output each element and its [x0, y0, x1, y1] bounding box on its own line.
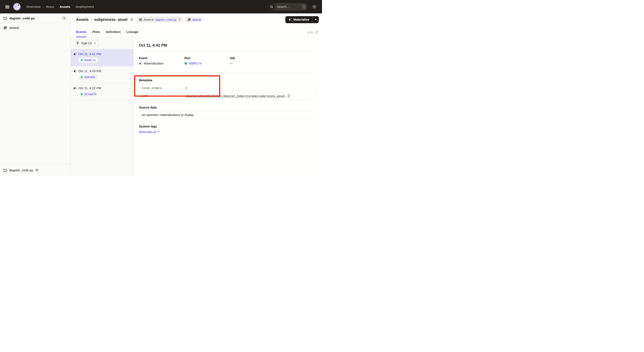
page-title: subprocess_asset [94, 17, 128, 22]
type-filter-label: Type (2) [81, 41, 92, 45]
timer-value: 0:05 [307, 31, 313, 34]
run-status-dot [81, 93, 83, 95]
run-status-dot [81, 59, 83, 61]
breadcrumb-assets-link[interactable]: Assets [76, 17, 88, 22]
event-timestamp-link[interactable]: Oct 11, 4:41 PM [78, 52, 101, 56]
job-label: Job [230, 56, 317, 60]
search-shortcut-key: / [302, 4, 306, 9]
run-id-pill[interactable]: 9dbf617e [78, 58, 98, 62]
materialization-sparkle-icon [139, 62, 142, 65]
sidebar-item-code-location[interactable]: dagster_code.py 1 [0, 13, 70, 23]
chip-asset-location[interactable]: Asset in dagster_code.py [136, 16, 183, 22]
refresh-icon[interactable] [35, 169, 38, 172]
top-navigation-bar: Overview Runs Assets Deployment Search..… [0, 0, 322, 13]
asset-group-icon [4, 26, 7, 29]
run-id-pill[interactable]: 637aed75 [78, 92, 99, 97]
asset-catalog-sidebar: dagster_code.py 1 default dagster_code.p… [0, 13, 71, 176]
primary-nav: Overview Runs Assets Deployment [26, 5, 94, 8]
dagster-app: Overview Runs Assets Deployment Search..… [0, 0, 322, 176]
sidebar-item-default-group[interactable]: default [0, 23, 70, 32]
tab-lineage[interactable]: Lineage [126, 30, 138, 37]
metadata-value: /Users/yuhan/dev/local/dagster_home/stor… [183, 92, 311, 100]
refresh-icon[interactable] [315, 31, 318, 34]
event-detail-panel: Oct 11, 4:41 PM Event Run Job Materializ… [134, 37, 322, 176]
search-placeholder: Search... [277, 5, 302, 8]
run-id-pill[interactable]: 359cdbfc [78, 75, 98, 80]
materialize-dropdown-button[interactable] [312, 16, 319, 23]
sidebar-item-label: dagster_code.py [9, 16, 35, 20]
nav-deployment[interactable]: Deployment [76, 5, 94, 8]
metadata-key: total_orders [139, 84, 183, 92]
chip-code-location-link[interactable]: dagster_code.py [155, 18, 176, 21]
show-tags-link[interactable]: Show tags (2) [139, 130, 160, 133]
event-timestamp-link[interactable]: Oct 11, 4:33 PM [78, 69, 101, 73]
refresh-icon[interactable] [178, 18, 181, 21]
run-id-label: 359cdbfc [84, 75, 96, 79]
event-label: Event [139, 56, 184, 60]
chip-prefix: Asset in [144, 18, 154, 21]
event-list-item[interactable]: Oct 11, 4:22 PM 637aed75 [71, 83, 134, 100]
asset-page-header: Assets › subprocess_asset Asset in dagst… [71, 13, 322, 26]
nav-runs[interactable]: Runs [46, 5, 54, 8]
show-tags-label: Show tags (2) [139, 130, 156, 133]
materialization-sparkle-icon [73, 86, 77, 90]
sparkle-icon [288, 18, 292, 21]
chevron-down-icon [94, 42, 96, 44]
sidebar-code-location-footer[interactable]: dagster_code.py [0, 164, 70, 176]
event-list-item[interactable]: Oct 11, 4:41 PM 9dbf617e [71, 49, 134, 66]
folder-icon [4, 16, 7, 20]
asset-tabs: Events Plots Definition Lineage 0:05 [71, 26, 322, 37]
metadata-value: 2 [183, 84, 311, 92]
source-data-empty-message: No upstream materializations to display. [142, 113, 194, 117]
sidebar-footer-label: dagster_code.py [9, 168, 33, 172]
event-timestamp-link[interactable]: Oct 11, 4:22 PM [78, 86, 101, 90]
folder-icon [4, 168, 7, 172]
tab-plots[interactable]: Plots [92, 30, 100, 37]
run-status-dot [81, 76, 83, 78]
sidebar-item-label: default [9, 26, 19, 29]
events-filter-row: Type (2) [71, 37, 134, 49]
type-filter-button[interactable]: Type (2) [73, 40, 99, 47]
events-list-panel: Type (2) Oct 11, 4:41 PM [71, 37, 134, 176]
breadcrumb-separator: › [91, 17, 92, 22]
event-type-value: Materialization [144, 62, 164, 65]
event-detail-title: Oct 11, 4:41 PM [139, 43, 317, 48]
materialization-sparkle-icon [73, 69, 77, 73]
run-id-link[interactable]: 9dbf617e [189, 62, 202, 65]
metadata-heading: Metadata [139, 78, 317, 82]
breadcrumb: Assets › subprocess_asset [76, 17, 133, 22]
metadata-table: total_orders 2 path /Users/yuhan/dev/loc… [139, 84, 317, 100]
chip-asset-group[interactable]: default [185, 16, 204, 22]
source-data-empty-box: No upstream materializations to display. [139, 111, 317, 119]
source-data-heading: Source data [139, 106, 317, 109]
refresh-timer: 0:05 [307, 31, 318, 37]
tab-definition[interactable]: Definition [106, 30, 120, 37]
system-tags-heading: System tags [139, 125, 317, 128]
search-input[interactable]: Search... / [268, 3, 308, 10]
run-id-label: 9dbf617e [84, 58, 96, 62]
event-info-grid: Event Run Job Materialization 9dbf617e [139, 56, 317, 65]
asset-context-chips: Asset in dagster_code.py default [136, 16, 203, 22]
run-id-label: 637aed75 [84, 93, 96, 96]
table-grid-icon [139, 18, 142, 21]
menu-icon[interactable] [5, 5, 9, 8]
materialization-sparkle-icon [73, 52, 77, 56]
nav-overview[interactable]: Overview [26, 5, 41, 8]
dagster-logo[interactable] [13, 3, 21, 11]
metadata-actions-cell [311, 92, 317, 100]
metadata-path-link[interactable]: /Users/yuhan/dev/local/dagster_home/stor… [185, 94, 285, 97]
materialize-button[interactable]: Materialize [285, 16, 312, 23]
copy-asset-name-icon[interactable] [130, 18, 133, 21]
chip-group-link[interactable]: default [192, 18, 201, 21]
metadata-actions-cell [311, 84, 317, 92]
metadata-key: path [139, 92, 183, 100]
copy-path-icon[interactable] [287, 94, 290, 98]
job-value: — [230, 62, 233, 65]
nav-assets[interactable]: Assets [60, 5, 70, 8]
tab-events[interactable]: Events [76, 30, 86, 37]
search-icon [268, 3, 275, 10]
run-label: Run [184, 56, 230, 60]
settings-gear-icon[interactable] [312, 4, 317, 9]
caret-down-icon [158, 131, 160, 132]
event-list-item[interactable]: Oct 11, 4:33 PM 359cdbfc [71, 66, 134, 83]
